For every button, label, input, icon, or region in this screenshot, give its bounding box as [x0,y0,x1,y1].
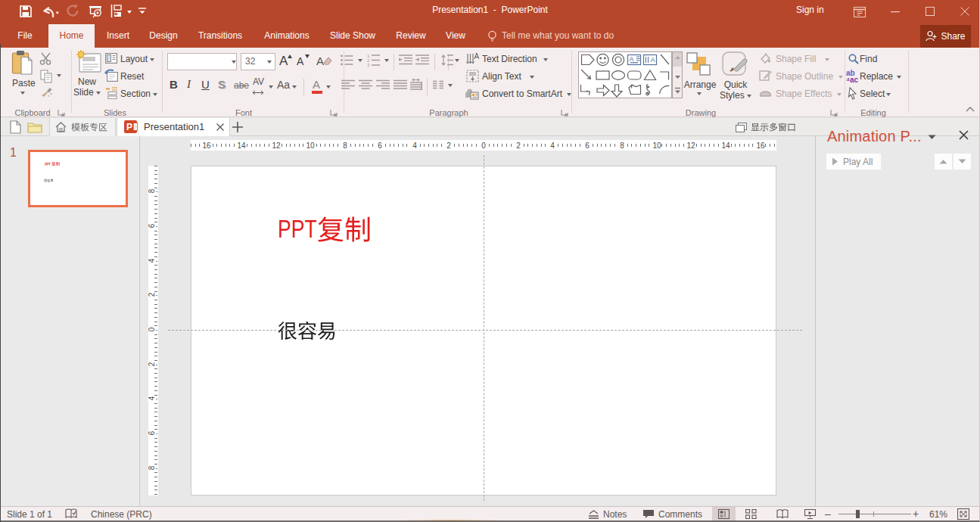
svg-text:PPT: PPT [45,162,51,166]
svg-text:1: 1 [367,54,370,58]
svg-text:A: A [630,55,634,63]
svg-text:A: A [474,52,480,61]
svg-text:3: 3 [367,63,370,67]
svg-text:P: P [126,122,132,132]
svg-text:A: A [651,56,655,64]
